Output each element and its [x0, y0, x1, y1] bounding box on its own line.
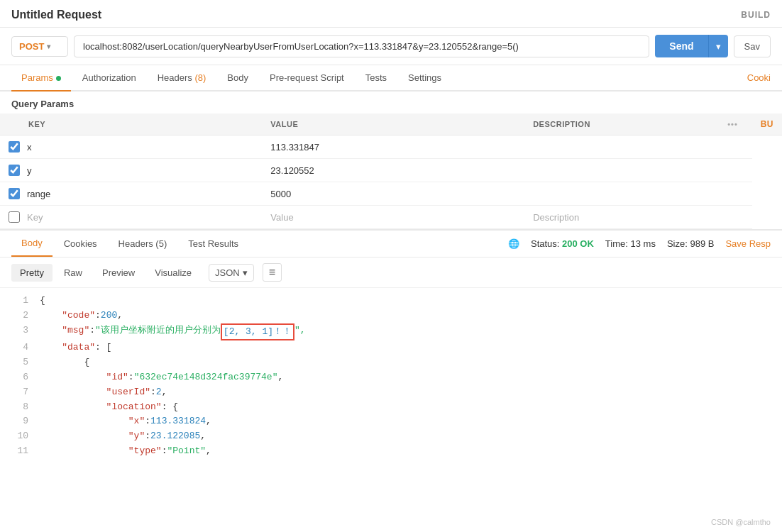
- size-label: Size: 989 B: [667, 238, 715, 249]
- json-line-5: 5 {: [11, 355, 771, 370]
- body-tab-raw[interactable]: Raw: [55, 264, 91, 282]
- cookies-link[interactable]: Cooki: [747, 72, 771, 83]
- params-dot: [56, 76, 61, 81]
- actions-header: •••: [713, 113, 751, 135]
- table-row: x 113.331847: [0, 135, 782, 159]
- save-button[interactable]: Sav: [734, 35, 771, 57]
- resp-tab-body[interactable]: Body: [11, 231, 53, 257]
- time-value: 13 ms: [631, 238, 656, 249]
- json-line-11: 11 "type": "Point",: [11, 444, 771, 458]
- format-label: JSON: [215, 267, 240, 278]
- table-row: range 5000: [0, 182, 782, 206]
- resp-tab-cookies[interactable]: Cookies: [54, 231, 107, 256]
- placeholder-value: Value: [262, 206, 524, 229]
- time-label: Time: 13 ms: [605, 238, 656, 249]
- body-tab-visualize[interactable]: Visualize: [146, 264, 200, 282]
- status-label: Status: 200 OK: [531, 238, 594, 249]
- save-response-button[interactable]: Save Resp: [725, 238, 771, 249]
- row-x-value: 113.331847: [262, 135, 524, 159]
- build-button[interactable]: BUILD: [741, 10, 771, 20]
- url-input[interactable]: [74, 35, 649, 57]
- tab-body[interactable]: Body: [217, 65, 258, 92]
- tab-pre-request-script[interactable]: Pre-request Script: [260, 65, 354, 92]
- request-tabs: Params Authorization Headers (8) Body Pr…: [0, 65, 782, 92]
- send-button[interactable]: Send: [655, 35, 707, 57]
- row-y-desc: [524, 159, 713, 182]
- desc-header: DESCRIPTION: [524, 113, 713, 135]
- resp-tab-headers[interactable]: Headers (5): [109, 231, 177, 256]
- placeholder-checkbox[interactable]: [9, 211, 20, 223]
- row-range-value: 5000: [262, 182, 524, 206]
- wrap-button[interactable]: ≡: [263, 263, 282, 282]
- method-label: POST: [19, 41, 44, 52]
- json-line-1: 1 {: [11, 294, 771, 309]
- json-view: 1 { 2 "code": 200, 3 "msg": "该用户坐标附近的用户分…: [0, 288, 782, 458]
- row-y-checkbox[interactable]: [9, 165, 20, 176]
- row-y-key: y: [27, 165, 32, 176]
- tab-authorization[interactable]: Authorization: [72, 65, 146, 92]
- body-tab-preview[interactable]: Preview: [94, 264, 143, 282]
- value-header: VALUE: [262, 113, 524, 135]
- json-line-6: 6 "id": "632ec74e148d324fac39774e",: [11, 370, 771, 385]
- row-x-checkbox[interactable]: [9, 141, 20, 153]
- row-x-key: x: [27, 142, 32, 153]
- json-line-8: 8 "location": {: [11, 400, 771, 415]
- key-header: KEY: [0, 113, 262, 135]
- json-line-9: 9 "x": 113.331824,: [11, 414, 771, 429]
- url-bar: POST ▾ Send ▾ Sav: [0, 28, 782, 65]
- body-tab-pretty[interactable]: Pretty: [11, 264, 53, 282]
- highlight-array: [2, 3, 1]！！: [221, 323, 294, 341]
- more-options-icon[interactable]: •••: [727, 120, 738, 128]
- row-y-value: 23.120552: [262, 159, 524, 182]
- json-line-10: 10 "y": 23.122085,: [11, 429, 771, 444]
- row-range-key: range: [27, 189, 50, 199]
- bulk-edit-button[interactable]: Bu: [761, 119, 773, 129]
- format-chevron-icon: ▾: [243, 267, 248, 278]
- size-value: 989 B: [690, 238, 714, 249]
- row-range-checkbox[interactable]: [9, 188, 20, 199]
- row-x-desc: [524, 135, 713, 159]
- row-range-desc: [524, 182, 713, 206]
- tab-headers[interactable]: Headers (8): [148, 65, 216, 92]
- params-table: KEY VALUE DESCRIPTION ••• Bu x 113.33184…: [0, 113, 782, 229]
- query-params-title: Query Params: [0, 92, 782, 113]
- method-chevron-icon: ▾: [47, 43, 50, 50]
- response-status-bar: 🌐 Status: 200 OK Time: 13 ms Size: 989 B…: [508, 238, 771, 249]
- json-line-4: 4 "data": [: [11, 340, 771, 355]
- placeholder-row: Key Value Description: [0, 206, 782, 229]
- resp-tab-test-results[interactable]: Test Results: [178, 231, 248, 256]
- tab-settings[interactable]: Settings: [398, 65, 451, 92]
- page-title: Untitled Request: [11, 9, 101, 21]
- send-btn-group: Send ▾: [655, 35, 727, 57]
- send-dropdown-button[interactable]: ▾: [708, 35, 728, 57]
- tab-tests[interactable]: Tests: [356, 65, 397, 92]
- globe-icon: 🌐: [508, 238, 519, 249]
- placeholder-key: Key: [27, 212, 43, 223]
- table-row: y 23.120552: [0, 159, 782, 182]
- status-value: 200 OK: [562, 238, 594, 249]
- format-select[interactable]: JSON ▾: [209, 264, 254, 282]
- method-select[interactable]: POST ▾: [11, 36, 68, 57]
- json-line-3: 3 "msg": "该用户坐标附近的用户分别为[2, 3, 1]！！",: [11, 323, 771, 341]
- body-view-tabs: Pretty Raw Preview Visualize JSON ▾ ≡: [0, 257, 782, 288]
- json-line-2: 2 "code": 200,: [11, 309, 771, 323]
- response-tabs: Body Cookies Headers (5) Test Results 🌐 …: [0, 229, 782, 257]
- tab-params[interactable]: Params: [11, 65, 71, 92]
- json-line-7: 7 "userId": 2,: [11, 385, 771, 400]
- title-bar: Untitled Request BUILD: [0, 0, 782, 28]
- placeholder-desc: Description: [524, 206, 713, 229]
